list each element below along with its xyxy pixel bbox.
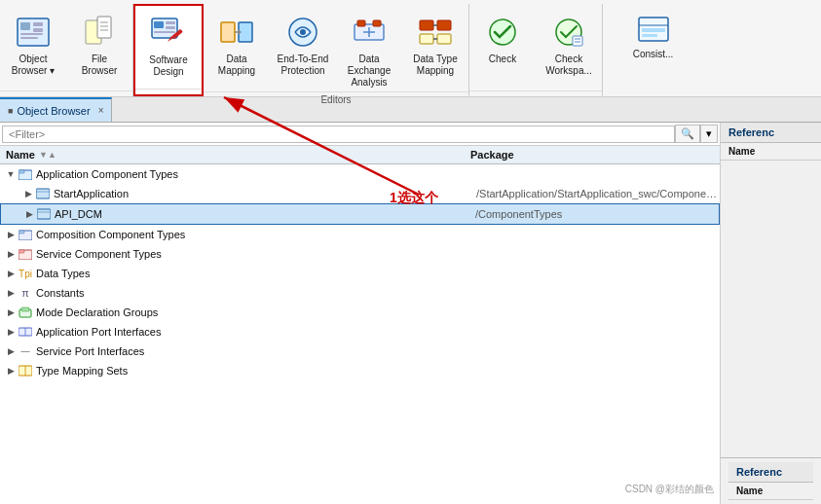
svg-point-23 — [300, 29, 306, 35]
data-exchange-button[interactable]: Data ExchangeAnalysis — [336, 8, 402, 91]
svg-rect-53 — [19, 250, 24, 253]
right-panel-name2: Name — [728, 483, 813, 500]
right-panel-divider — [721, 161, 821, 457]
svg-rect-46 — [36, 189, 50, 198]
list-item[interactable]: ▶ Mode Declaration Groups — [0, 303, 720, 322]
svc-comp-icon — [18, 246, 33, 262]
constants-label: Constants — [36, 287, 476, 299]
right-panel-bottom: Referenc Name — [721, 457, 821, 504]
list-item[interactable]: ▶ π Constants — [0, 283, 720, 303]
svg-rect-29 — [420, 20, 433, 30]
check-icon — [483, 13, 522, 52]
svg-rect-32 — [437, 34, 451, 44]
tab-close-button[interactable]: × — [98, 105, 104, 116]
expand-icon-typemap[interactable]: ▶ — [4, 366, 18, 376]
comp-icon-api-dcm — [36, 206, 52, 222]
data-exchange-icon — [350, 13, 389, 52]
constants-icon: π — [18, 285, 33, 301]
svg-rect-7 — [97, 17, 111, 38]
svg-rect-48 — [37, 209, 51, 219]
editors-label: Editors — [204, 91, 468, 108]
expand-icon-appport[interactable]: ▶ — [4, 327, 18, 337]
check-workspace-icon — [549, 13, 588, 52]
expand-icon-svc[interactable]: ▶ — [4, 249, 18, 259]
filter-search-button[interactable]: 🔍 — [675, 125, 700, 143]
svg-rect-42 — [642, 28, 665, 32]
filter-dropdown-button[interactable]: ▾ — [700, 125, 718, 143]
filter-bar: 🔍 ▾ — [0, 123, 720, 146]
svg-rect-25 — [357, 20, 365, 26]
svg-rect-45 — [19, 170, 24, 173]
end-to-end-icon — [283, 13, 322, 52]
list-item[interactable]: ▶ — Service Port Interfaces — [0, 342, 720, 361]
expand-icon-start-app[interactable]: ▶ — [21, 189, 35, 198]
type-mapping-icon — [18, 363, 33, 378]
svg-rect-3 — [33, 28, 43, 32]
tree-header-package: Package — [470, 149, 714, 161]
data-type-mapping-label: Data TypeMapping — [413, 54, 457, 77]
expand-icon[interactable]: ▼ — [4, 169, 18, 179]
type-mapping-label: Type Mapping Sets — [36, 365, 476, 377]
file-browser-label: FileBrowser — [82, 54, 118, 77]
object-browser-button[interactable]: ObjectBrowser ▾ — [0, 8, 66, 80]
toolbar-group1-label — [0, 90, 132, 96]
svg-rect-30 — [437, 20, 451, 30]
svg-rect-12 — [154, 21, 164, 28]
composition-comp-label: Composition Component Types — [36, 229, 476, 240]
expand-icon-mode[interactable]: ▶ — [4, 307, 18, 317]
list-item[interactable]: ▶ Composition Component Types — [0, 225, 720, 244]
data-mapping-button[interactable]: Data Mapping — [204, 8, 270, 80]
list-item[interactable]: ▶ Application Port Interfaces — [0, 322, 720, 342]
svc-port-label: Service Port Interfaces — [36, 345, 476, 357]
expand-icon-const[interactable]: ▶ — [4, 288, 18, 298]
list-item[interactable]: ▶ StartApplication /StartApplication/Sta… — [0, 184, 720, 203]
list-item[interactable]: ▶ Service Component Types — [0, 244, 720, 264]
software-design-icon — [149, 14, 188, 53]
filter-input[interactable] — [2, 126, 675, 143]
check-button[interactable]: Check — [469, 8, 536, 68]
comp-comp-icon — [18, 227, 33, 242]
folder-comp-icon — [18, 166, 33, 182]
check-group-label — [469, 90, 602, 96]
list-item[interactable]: ▼ Application Component Types — [0, 164, 720, 184]
svg-rect-43 — [642, 34, 657, 37]
check-label: Check — [489, 54, 516, 65]
list-item[interactable]: ▶ Type Mapping Sets — [0, 361, 720, 380]
data-type-mapping-button[interactable]: Data TypeMapping — [402, 8, 468, 80]
file-browser-button[interactable]: FileBrowser — [66, 8, 132, 80]
api-dcm-label: API_DCM — [55, 208, 475, 220]
object-browser-icon — [14, 13, 53, 52]
tab-title: Object Browser — [17, 105, 90, 117]
end-to-end-button[interactable]: End-To-EndProtection — [270, 8, 336, 80]
expand-icon-svcport[interactable]: ▶ — [4, 346, 18, 356]
svg-rect-13 — [166, 21, 175, 24]
object-browser-tab[interactable]: ■ Object Browser × — [0, 97, 112, 122]
list-item[interactable]: ▶ API_DCM /ComponentTypes — [0, 203, 720, 225]
svg-rect-18 — [221, 22, 235, 42]
svg-rect-1 — [20, 22, 30, 30]
expand-icon-comp[interactable]: ▶ — [4, 230, 18, 239]
data-mapping-label: Data Mapping — [208, 54, 265, 77]
sort-icon[interactable]: ▼▲ — [39, 150, 56, 160]
data-types-icon: Tpi — [18, 266, 33, 281]
data-mapping-icon — [217, 13, 256, 52]
toolbar-group-editors: Data Mapping End-To-EndProtection — [204, 4, 469, 96]
tree-content: ▼ Application Component Types ▶ StartApp… — [0, 164, 720, 504]
consist-panel: Consist... — [603, 4, 703, 96]
consist-button[interactable]: Consist... — [630, 8, 677, 62]
start-app-label: StartApplication — [54, 188, 476, 199]
svc-port-icon: — — [18, 343, 33, 359]
tree-header: Name ▼▲ Package — [0, 146, 720, 164]
software-design-button[interactable]: SoftwareDesign — [135, 10, 202, 80]
data-types-label: Data Types — [36, 268, 476, 279]
toolbar-group2-label — [135, 89, 202, 94]
mode-decl-label: Mode Declaration Groups — [36, 306, 476, 318]
object-browser-panel: 🔍 ▾ Name ▼▲ Package ▼ Appli — [0, 123, 721, 504]
expand-icon-api-dcm[interactable]: ▶ — [22, 209, 36, 219]
list-item[interactable]: ▶ Tpi Data Types — [0, 264, 720, 283]
toolbar: ObjectBrowser ▾ FileBrowser — [0, 0, 821, 97]
check-workspace-button[interactable]: CheckWorkspa... — [536, 8, 602, 80]
expand-icon-dt[interactable]: ▶ — [4, 269, 18, 278]
svg-rect-37 — [573, 36, 582, 46]
data-exchange-label: Data ExchangeAnalysis — [341, 54, 397, 89]
